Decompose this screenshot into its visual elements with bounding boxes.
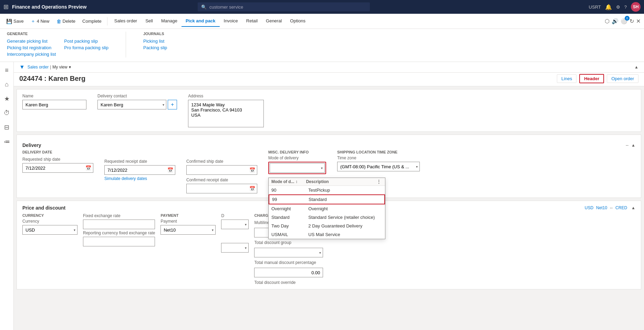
add-contact-button[interactable]: + — [168, 100, 177, 109]
dropdown-row-99[interactable]: 99 Standard — [269, 194, 385, 204]
dropdown-row-twoday[interactable]: Two Day 2 Day Guaranteed Delivery — [269, 222, 385, 230]
currency-select[interactable]: USD — [22, 225, 77, 235]
app-title: Finance and Operations Preview — [12, 4, 86, 10]
total-manual-disc-input[interactable] — [254, 268, 323, 277]
delivery-contact-label: Delivery contact — [97, 94, 177, 98]
requested-receipt-date-input[interactable] — [104, 165, 175, 175]
mode-of-delivery-field: 90 - TestPickup 99 - Standard Overnight … — [268, 162, 326, 174]
time-zone-label: Time zone — [337, 156, 420, 160]
toolbar-refresh-icon[interactable]: ↻ — [630, 18, 634, 24]
toolbar-icon-1[interactable]: ⬡ — [605, 18, 610, 24]
payment-select[interactable]: Net10 — [160, 225, 216, 235]
picking-list-journal[interactable]: Picking list — [143, 38, 167, 44]
simulate-delivery-link[interactable]: Simulate delivery dates — [104, 176, 175, 181]
m-select[interactable] — [221, 243, 249, 253]
confirmed-receipt-date-input[interactable] — [186, 184, 257, 193]
d-label: D — [221, 213, 249, 218]
search-bar[interactable]: 🔍 — [198, 2, 370, 11]
d-select[interactable] — [221, 220, 249, 229]
price-tag-net10[interactable]: Net10 — [596, 205, 607, 210]
requested-receipt-date-group: Requested receipt date 📅 Simulate delive… — [104, 159, 175, 181]
avatar[interactable]: SH — [631, 2, 641, 12]
save-icon: 💾 — [6, 19, 12, 24]
view-label: My view — [52, 65, 67, 70]
complete-label: Complete — [82, 19, 102, 24]
picking-list-registration[interactable]: Picking list registration — [7, 44, 56, 51]
price-tag-cred[interactable]: CRED — [615, 205, 627, 210]
dropdown-code-usmail: USMAIL — [271, 232, 308, 237]
post-packing-slip[interactable]: Post packing slip — [64, 38, 108, 44]
grid-icon[interactable]: ⊞ — [3, 3, 9, 11]
filter-icon[interactable]: ▼ — [19, 64, 25, 70]
total-disc-override-label: Total discount override — [254, 280, 323, 285]
tab-retail[interactable]: Retail — [242, 15, 262, 27]
tab-general[interactable]: General — [262, 15, 286, 27]
tab-sales-order[interactable]: Sales order — [110, 15, 141, 27]
reporting-rate-input[interactable] — [83, 237, 155, 246]
confirmed-ship-date-input[interactable] — [186, 165, 257, 175]
notif-count: 0 — [625, 16, 630, 21]
mode-of-delivery-select[interactable]: 90 - TestPickup 99 - Standard Overnight … — [270, 163, 325, 173]
address-label: Address — [188, 94, 264, 98]
search-input[interactable] — [209, 4, 366, 10]
sidebar-icon-list[interactable]: ≔ — [2, 136, 12, 148]
payment-label: PAYMENT — [160, 213, 216, 217]
complete-button[interactable]: Complete — [80, 17, 104, 25]
collapse-top-icon[interactable]: ▲ — [634, 65, 638, 70]
price-tag-usd[interactable]: USD — [585, 205, 593, 210]
name-input[interactable] — [22, 100, 86, 109]
dropdown-row-90[interactable]: 90 TestPickup — [269, 186, 385, 194]
toolbar-icon-2[interactable]: 🔊 — [612, 18, 619, 24]
time-zone-select[interactable]: (GMT-08:00) Pacific Time (US & ... — [337, 162, 420, 171]
dropdown-row-overnight[interactable]: Overnight Overnight — [269, 204, 385, 213]
confirmed-dates-col: Confirmed ship date 📅 Confirmed receipt … — [186, 150, 257, 193]
requested-ship-date-input[interactable] — [22, 163, 93, 173]
journals-title: Journals — [143, 32, 167, 36]
bell-icon[interactable]: 🔔 — [605, 4, 612, 10]
page-nav: Lines Header Open order — [557, 74, 638, 83]
intercompany-picking-list[interactable]: Intercompany picking list — [7, 51, 56, 57]
header-button[interactable]: Header — [579, 74, 604, 83]
tab-options[interactable]: Options — [286, 15, 310, 27]
toolbar-close-icon[interactable]: ✕ — [636, 18, 641, 24]
pro-forma-packing-slip[interactable]: Pro forma packing slip — [64, 44, 108, 51]
sidebar-icon-recent[interactable]: ⏱ — [2, 107, 12, 119]
delivery-collapse-icon[interactable]: -- — [626, 143, 629, 148]
notification-wrapper[interactable]: 🔔 — [605, 4, 612, 10]
address-textarea[interactable]: 1234 Maple Way San Francisco, CA 94103 U… — [188, 100, 264, 127]
packing-slip-journal[interactable]: Packing slip — [143, 44, 167, 51]
tab-pick-and-pack[interactable]: Pick and pack — [181, 15, 220, 27]
toolbar-notif[interactable]: ⚪ 0 — [621, 18, 627, 24]
misc-delivery-col: MISC. DELIVERY INFO Mode of delivery 90 … — [268, 150, 326, 193]
sidebar-icon-menu[interactable]: ≡ — [3, 65, 11, 76]
sidebar-icon-workspaces[interactable]: ⊟ — [2, 121, 11, 133]
breadcrumb-sales-order-link[interactable]: Sales order — [28, 65, 49, 70]
new-button[interactable]: ＋ 4 New — [28, 17, 52, 26]
price-tags: USD Net10 -- CRED — [585, 205, 627, 210]
tab-manage[interactable]: Manage — [157, 15, 181, 27]
settings-icon[interactable]: ⚙ — [616, 4, 620, 10]
view-selector[interactable]: My view ▾ — [52, 65, 71, 70]
total-disc-select[interactable] — [254, 248, 323, 257]
save-button[interactable]: 💾 Save — [3, 17, 27, 25]
delivery-cols: DELIVERY DATE Requested ship date 📅 Requ… — [22, 150, 635, 193]
help-icon[interactable]: ? — [624, 4, 627, 10]
tab-sell[interactable]: Sell — [141, 15, 157, 27]
page-title-bar: 024474 : Karen Berg Lines Header Open or… — [14, 73, 644, 86]
dropdown-code-99: 99 — [272, 197, 309, 202]
generate-title: Generate — [7, 32, 108, 36]
open-order-button[interactable]: Open order — [607, 74, 638, 83]
delivery-expand-icon[interactable]: ▲ — [631, 143, 635, 148]
delivery-contact-select[interactable]: Karen Berg — [97, 100, 166, 109]
sidebar-icon-home[interactable]: ⌂ — [3, 79, 11, 90]
dropdown-row-standard[interactable]: Standard Standard Service (retailer choi… — [269, 213, 385, 222]
tab-invoice[interactable]: Invoice — [220, 15, 242, 27]
generate-picking-list[interactable]: Generate picking list — [7, 38, 56, 44]
sidebar-icon-favorites[interactable]: ★ — [2, 93, 12, 105]
fixed-rate-input[interactable] — [83, 220, 155, 229]
dropdown-row-usmail[interactable]: USMAIL US Mail Service — [269, 230, 385, 239]
delete-button[interactable]: 🗑 Delete — [54, 17, 79, 25]
lines-button[interactable]: Lines — [557, 74, 577, 83]
d-select-wrap: ▾ — [221, 220, 249, 229]
price-collapse-icon[interactable]: ▲ — [631, 205, 635, 210]
